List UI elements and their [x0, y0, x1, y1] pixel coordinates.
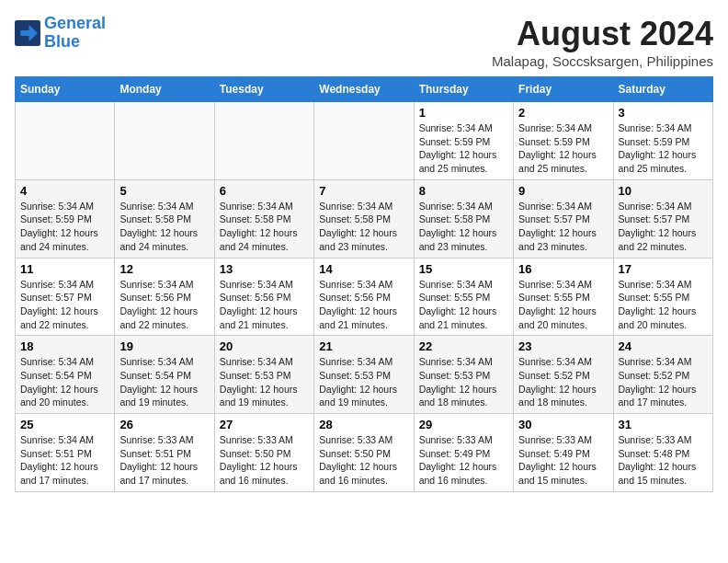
- day-header-wednesday: Wednesday: [314, 77, 414, 102]
- cell-info: Sunrise: 5:34 AM Sunset: 5:58 PM Dayligh…: [119, 200, 209, 254]
- cell-info: Sunrise: 5:33 AM Sunset: 5:51 PM Dayligh…: [119, 433, 209, 488]
- calendar-cell: 25Sunrise: 5:34 AM Sunset: 5:51 PM Dayli…: [16, 414, 115, 492]
- day-number: 26: [119, 418, 209, 431]
- calendar-cell: 4Sunrise: 5:34 AM Sunset: 5:59 PM Daylig…: [16, 179, 115, 258]
- cell-info: Sunrise: 5:34 AM Sunset: 5:56 PM Dayligh…: [119, 278, 209, 332]
- day-header-monday: Monday: [115, 77, 214, 102]
- day-number: 1: [419, 106, 508, 120]
- cell-info: Sunrise: 5:33 AM Sunset: 5:50 PM Dayligh…: [319, 433, 408, 488]
- cell-info: Sunrise: 5:34 AM Sunset: 5:56 PM Dayligh…: [319, 278, 408, 332]
- day-number: 8: [419, 184, 508, 198]
- calendar-cell: 10Sunrise: 5:34 AM Sunset: 5:57 PM Dayli…: [613, 179, 712, 258]
- cell-info: Sunrise: 5:34 AM Sunset: 5:58 PM Dayligh…: [419, 200, 508, 254]
- day-number: 11: [20, 262, 109, 276]
- cell-info: Sunrise: 5:34 AM Sunset: 5:57 PM Dayligh…: [619, 200, 708, 254]
- day-number: 20: [220, 339, 309, 353]
- calendar-cell: [214, 102, 313, 180]
- calendar-body: 1Sunrise: 5:34 AM Sunset: 5:59 PM Daylig…: [16, 102, 713, 492]
- calendar-cell: 19Sunrise: 5:34 AM Sunset: 5:54 PM Dayli…: [115, 336, 214, 414]
- location-title: Malapag, Soccsksargen, Philippines: [492, 53, 713, 69]
- day-number: 27: [220, 418, 309, 431]
- day-number: 18: [20, 339, 109, 353]
- day-number: 3: [619, 106, 708, 120]
- month-title: August 2024: [492, 15, 713, 53]
- day-number: 24: [619, 339, 708, 353]
- cell-info: Sunrise: 5:34 AM Sunset: 5:55 PM Dayligh…: [419, 278, 508, 332]
- calendar-cell: [314, 102, 414, 180]
- calendar-cell: 5Sunrise: 5:34 AM Sunset: 5:58 PM Daylig…: [115, 179, 214, 258]
- calendar-cell: [16, 102, 115, 180]
- day-number: 23: [518, 339, 608, 353]
- calendar-cell: 29Sunrise: 5:33 AM Sunset: 5:49 PM Dayli…: [414, 414, 513, 492]
- day-number: 29: [419, 418, 508, 431]
- day-number: 9: [518, 184, 608, 198]
- day-number: 15: [419, 262, 508, 276]
- cell-info: Sunrise: 5:34 AM Sunset: 5:59 PM Dayligh…: [20, 200, 109, 254]
- calendar-cell: 30Sunrise: 5:33 AM Sunset: 5:49 PM Dayli…: [514, 414, 613, 492]
- calendar-cell: 16Sunrise: 5:34 AM Sunset: 5:55 PM Dayli…: [514, 258, 613, 336]
- day-number: 4: [20, 184, 109, 198]
- day-number: 21: [319, 339, 408, 353]
- day-header-tuesday: Tuesday: [214, 77, 313, 102]
- day-number: 30: [518, 418, 608, 431]
- cell-info: Sunrise: 5:34 AM Sunset: 5:53 PM Dayligh…: [220, 355, 309, 409]
- calendar-cell: 13Sunrise: 5:34 AM Sunset: 5:56 PM Dayli…: [214, 258, 313, 336]
- calendar-cell: 17Sunrise: 5:34 AM Sunset: 5:55 PM Dayli…: [613, 258, 712, 336]
- page-header: General Blue August 2024 Malapag, Soccsk…: [15, 15, 713, 69]
- calendar-cell: 9Sunrise: 5:34 AM Sunset: 5:57 PM Daylig…: [514, 179, 613, 258]
- calendar-cell: 8Sunrise: 5:34 AM Sunset: 5:58 PM Daylig…: [414, 179, 513, 258]
- day-number: 16: [518, 262, 608, 276]
- calendar-cell: 28Sunrise: 5:33 AM Sunset: 5:50 PM Dayli…: [314, 414, 414, 492]
- cell-info: Sunrise: 5:34 AM Sunset: 5:52 PM Dayligh…: [619, 355, 708, 409]
- cell-info: Sunrise: 5:34 AM Sunset: 5:53 PM Dayligh…: [319, 355, 408, 409]
- cell-info: Sunrise: 5:33 AM Sunset: 5:49 PM Dayligh…: [518, 433, 608, 488]
- day-number: 2: [518, 106, 608, 120]
- calendar-cell: 21Sunrise: 5:34 AM Sunset: 5:53 PM Dayli…: [314, 336, 414, 414]
- day-number: 31: [619, 418, 708, 431]
- cell-info: Sunrise: 5:34 AM Sunset: 5:59 PM Dayligh…: [619, 121, 708, 176]
- day-number: 12: [119, 262, 209, 276]
- cell-info: Sunrise: 5:34 AM Sunset: 5:57 PM Dayligh…: [518, 200, 608, 254]
- calendar-cell: 7Sunrise: 5:34 AM Sunset: 5:58 PM Daylig…: [314, 179, 414, 258]
- calendar-table: SundayMondayTuesdayWednesdayThursdayFrid…: [15, 76, 713, 492]
- day-number: 7: [319, 184, 408, 198]
- cell-info: Sunrise: 5:34 AM Sunset: 5:59 PM Dayligh…: [518, 121, 608, 176]
- calendar-cell: 14Sunrise: 5:34 AM Sunset: 5:56 PM Dayli…: [314, 258, 414, 336]
- day-number: 6: [220, 184, 309, 198]
- cell-info: Sunrise: 5:33 AM Sunset: 5:50 PM Dayligh…: [220, 433, 309, 488]
- cell-info: Sunrise: 5:34 AM Sunset: 5:58 PM Dayligh…: [220, 200, 309, 254]
- day-number: 14: [319, 262, 408, 276]
- calendar-cell: 15Sunrise: 5:34 AM Sunset: 5:55 PM Dayli…: [414, 258, 513, 336]
- day-header-friday: Friday: [514, 77, 613, 102]
- day-header-thursday: Thursday: [414, 77, 513, 102]
- logo-text: General Blue: [44, 15, 106, 52]
- calendar-cell: 24Sunrise: 5:34 AM Sunset: 5:52 PM Dayli…: [613, 336, 712, 414]
- logo-icon: [15, 20, 40, 46]
- day-number: 19: [119, 339, 209, 353]
- calendar-cell: 1Sunrise: 5:34 AM Sunset: 5:59 PM Daylig…: [414, 102, 513, 180]
- calendar-cell: 18Sunrise: 5:34 AM Sunset: 5:54 PM Dayli…: [16, 336, 115, 414]
- calendar-cell: 27Sunrise: 5:33 AM Sunset: 5:50 PM Dayli…: [214, 414, 313, 492]
- calendar-cell: 20Sunrise: 5:34 AM Sunset: 5:53 PM Dayli…: [214, 336, 313, 414]
- calendar-cell: 6Sunrise: 5:34 AM Sunset: 5:58 PM Daylig…: [214, 179, 313, 258]
- calendar-cell: 31Sunrise: 5:33 AM Sunset: 5:48 PM Dayli…: [613, 414, 712, 492]
- calendar-cell: 22Sunrise: 5:34 AM Sunset: 5:53 PM Dayli…: [414, 336, 513, 414]
- day-number: 28: [319, 418, 408, 431]
- cell-info: Sunrise: 5:34 AM Sunset: 5:55 PM Dayligh…: [518, 278, 608, 332]
- calendar-cell: [115, 102, 214, 180]
- title-area: August 2024 Malapag, Soccsksargen, Phili…: [492, 15, 713, 69]
- day-number: 22: [419, 339, 508, 353]
- day-number: 17: [619, 262, 708, 276]
- cell-info: Sunrise: 5:33 AM Sunset: 5:49 PM Dayligh…: [419, 433, 508, 488]
- day-number: 13: [220, 262, 309, 276]
- calendar-cell: 3Sunrise: 5:34 AM Sunset: 5:59 PM Daylig…: [613, 102, 712, 180]
- cell-info: Sunrise: 5:34 AM Sunset: 5:53 PM Dayligh…: [419, 355, 508, 409]
- logo: General Blue: [15, 15, 106, 52]
- cell-info: Sunrise: 5:34 AM Sunset: 5:55 PM Dayligh…: [619, 278, 708, 332]
- day-number: 5: [119, 184, 209, 198]
- calendar-cell: 11Sunrise: 5:34 AM Sunset: 5:57 PM Dayli…: [16, 258, 115, 336]
- cell-info: Sunrise: 5:34 AM Sunset: 5:54 PM Dayligh…: [20, 355, 109, 409]
- calendar-cell: 12Sunrise: 5:34 AM Sunset: 5:56 PM Dayli…: [115, 258, 214, 336]
- cell-info: Sunrise: 5:34 AM Sunset: 5:59 PM Dayligh…: [419, 121, 508, 176]
- cell-info: Sunrise: 5:34 AM Sunset: 5:51 PM Dayligh…: [20, 433, 109, 488]
